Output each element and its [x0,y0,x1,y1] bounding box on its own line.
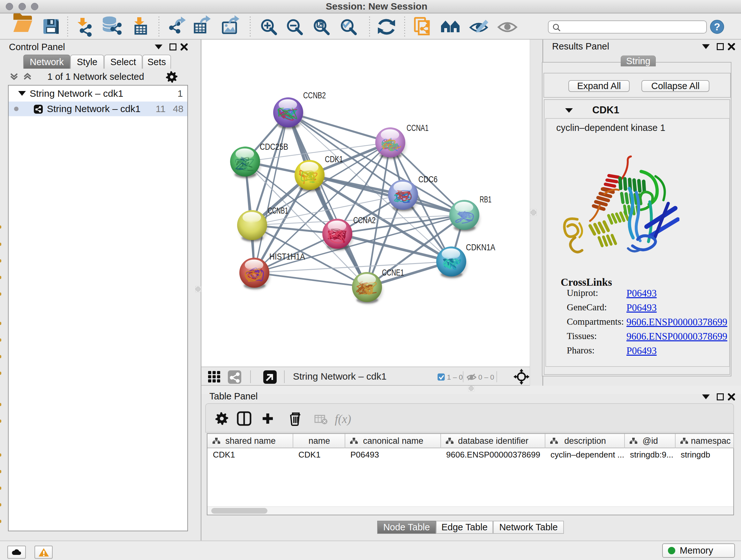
svg-text:CCNE1: CCNE1 [382,268,404,277]
svg-text:CCNA1: CCNA1 [407,123,428,133]
svg-text:HIST1H1A: HIST1H1A [269,252,305,261]
svg-text:CDC6: CDC6 [418,175,437,184]
svg-text:CDKN1A: CDKN1A [466,243,495,252]
svg-text:CCNB2: CCNB2 [303,91,326,100]
svg-text:CDC25B: CDC25B [260,142,288,152]
svg-text:RB1: RB1 [480,195,491,204]
svg-text:0 – 0: 0 – 0 [478,373,494,381]
svg-text:CCNB1: CCNB1 [268,206,288,215]
svg-text:1 – 0: 1 – 0 [447,373,463,381]
svg-text:f(x): f(x) [335,413,351,426]
svg-text:CCNA2: CCNA2 [353,215,376,225]
svg-text:CDK1: CDK1 [325,154,343,164]
